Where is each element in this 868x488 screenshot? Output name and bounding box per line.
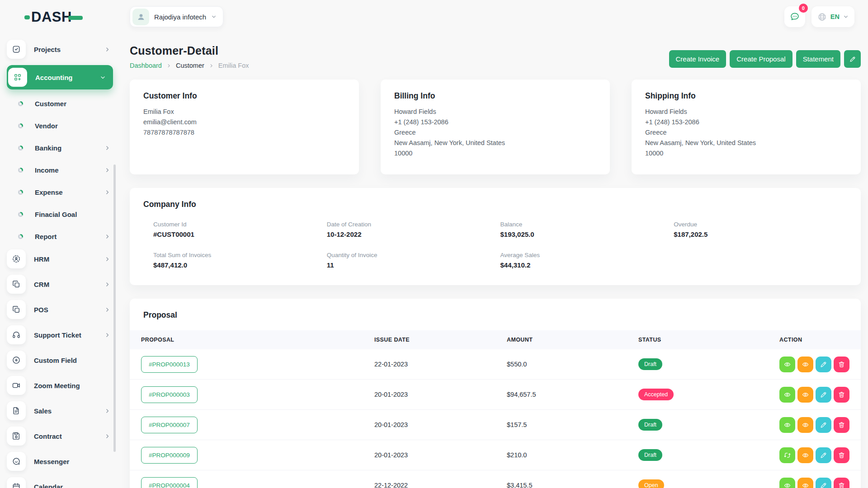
proposal-link--prop000013[interactable]: #PROP000013 bbox=[141, 356, 198, 373]
language-selector[interactable]: EN bbox=[811, 6, 854, 27]
edit-button[interactable] bbox=[816, 447, 831, 463]
company-selector[interactable]: Rajodiya infotech bbox=[130, 6, 223, 27]
chevron-right-icon bbox=[104, 167, 110, 173]
view-button[interactable] bbox=[779, 478, 795, 488]
chevron-right-icon bbox=[166, 63, 171, 68]
sidebar-item-zoom-meeting[interactable]: Zoom Meeting bbox=[7, 376, 113, 395]
info-line: Greece bbox=[645, 127, 847, 138]
company-info-title: Company Info bbox=[143, 200, 847, 209]
delete-button[interactable] bbox=[834, 357, 849, 372]
column-header-proposal: PROPOSAL bbox=[141, 337, 374, 343]
breadcrumb-item-dashboard[interactable]: Dashboard bbox=[130, 62, 162, 69]
eye-icon bbox=[783, 361, 791, 368]
column-header-amount: AMOUNT bbox=[507, 337, 638, 343]
sidebar-item-contract[interactable]: Contract bbox=[7, 427, 113, 446]
sidebar-item-report[interactable]: Report bbox=[7, 227, 113, 245]
status-badge: Open bbox=[638, 479, 664, 488]
create-invoice-button[interactable]: Create Invoice bbox=[669, 50, 726, 68]
edit-button[interactable] bbox=[816, 357, 831, 372]
delete-button[interactable] bbox=[834, 387, 849, 403]
bullet-icon bbox=[18, 212, 23, 217]
sidebar-item-banking[interactable]: Banking bbox=[7, 139, 113, 157]
convert-button[interactable] bbox=[779, 447, 795, 463]
amount: $94,657.5 bbox=[507, 391, 638, 398]
trash-icon bbox=[838, 391, 845, 399]
info-line: 10000 bbox=[394, 148, 596, 159]
breadcrumb-item-emilia-fox: Emilia Fox bbox=[218, 62, 249, 69]
breadcrumb-item-customer[interactable]: Customer bbox=[176, 62, 204, 69]
sidebar-item-expense[interactable]: Expense bbox=[7, 183, 113, 201]
edit-customer-button[interactable] bbox=[844, 50, 861, 68]
customer-info-lines: Emilia Foxemilia@client.com7878787878787… bbox=[143, 107, 345, 138]
sidebar-item-sales[interactable]: Sales bbox=[7, 401, 113, 420]
info-line: Howard Fields bbox=[394, 107, 596, 117]
sidebar-item-support-ticket[interactable]: Support Ticket bbox=[7, 325, 113, 344]
sidebar-item-label: Expense bbox=[35, 188, 63, 196]
preview-button[interactable] bbox=[797, 417, 813, 433]
headset-icon bbox=[7, 325, 26, 344]
proposal-link--prop000007[interactable]: #PROP000007 bbox=[141, 417, 198, 433]
chat-bubble-icon bbox=[7, 452, 26, 471]
info-line: +1 (248) 153-2086 bbox=[645, 117, 847, 127]
sidebar-item-label: Sales bbox=[34, 407, 52, 415]
billing-info-lines: Howard Fields+1 (248) 153-2086GreeceNew … bbox=[394, 107, 596, 159]
field-value: 10-12-2022 bbox=[327, 230, 500, 238]
preview-button[interactable] bbox=[797, 478, 813, 488]
sidebar-item-finacial-goal[interactable]: Finacial Goal bbox=[7, 205, 113, 223]
delete-button[interactable] bbox=[834, 478, 849, 488]
sidebar-item-calendar[interactable]: Calendar bbox=[7, 477, 113, 488]
sidebar-item-income[interactable]: Income bbox=[7, 161, 113, 179]
edit-button[interactable] bbox=[816, 387, 831, 403]
pencil-icon bbox=[820, 391, 827, 399]
sidebar-item-hrm[interactable]: HRM bbox=[7, 249, 113, 268]
messages-button[interactable]: 0 bbox=[784, 6, 805, 27]
chevron-right-icon bbox=[104, 47, 110, 52]
field-label: Total Sum of Invoices bbox=[153, 252, 327, 258]
proposal-table-body: #PROP00001322-01-2023$550.0Draft#PROP000… bbox=[130, 349, 861, 488]
view-button[interactable] bbox=[779, 357, 795, 372]
view-button[interactable] bbox=[779, 387, 795, 403]
preview-button[interactable] bbox=[797, 357, 813, 372]
sidebar-item-custom-field[interactable]: Custom Field bbox=[7, 351, 113, 370]
page-actions: Create InvoiceCreate ProposalStatement bbox=[669, 50, 861, 68]
sidebar-item-projects[interactable]: Projects bbox=[7, 40, 113, 59]
edit-button[interactable] bbox=[816, 478, 831, 488]
create-proposal-button[interactable]: Create Proposal bbox=[730, 50, 792, 68]
info-line: Howard Fields bbox=[645, 107, 847, 117]
trash-icon bbox=[838, 361, 845, 368]
sidebar-item-pos[interactable]: POS bbox=[7, 300, 113, 319]
field-value: #CUST00001 bbox=[153, 230, 327, 238]
issue-date: 22-01-2023 bbox=[374, 361, 507, 368]
column-header-status: STATUS bbox=[638, 337, 779, 343]
field-value: $193,025.0 bbox=[500, 230, 674, 238]
proposal-link--prop000003[interactable]: #PROP000003 bbox=[141, 386, 198, 403]
trash-icon bbox=[838, 482, 845, 488]
floppy-disk-icon bbox=[7, 427, 26, 446]
sidebar-scrollbar[interactable] bbox=[113, 164, 116, 452]
sidebar-item-crm[interactable]: CRM bbox=[7, 275, 113, 294]
statement-button[interactable]: Statement bbox=[796, 50, 840, 68]
field-label: Quantity of Invoice bbox=[327, 252, 500, 258]
sidebar-item-accounting[interactable]: Accounting bbox=[7, 65, 113, 89]
sidebar-item-vendor[interactable]: Vendor bbox=[7, 117, 113, 135]
copy-icon bbox=[7, 275, 26, 294]
proposal-table-header: PROPOSALISSUE DATEAMOUNTSTATUSACTION bbox=[130, 330, 861, 349]
amount: $210.0 bbox=[507, 451, 638, 459]
sidebar-item-customer[interactable]: Customer bbox=[7, 94, 113, 113]
trash-icon bbox=[838, 451, 845, 459]
field-label: Customer Id bbox=[153, 221, 327, 228]
chevron-right-icon bbox=[104, 307, 110, 313]
view-button[interactable] bbox=[779, 417, 795, 433]
row-actions bbox=[779, 417, 849, 433]
proposal-link--prop000004[interactable]: #PROP000004 bbox=[141, 477, 198, 488]
preview-button[interactable] bbox=[797, 387, 813, 403]
preview-button[interactable] bbox=[797, 447, 813, 463]
messages-count-badge: 0 bbox=[799, 4, 808, 13]
delete-button[interactable] bbox=[834, 417, 849, 433]
chevron-right-icon bbox=[104, 433, 110, 439]
delete-button[interactable] bbox=[834, 447, 849, 463]
company-field-customer-id: Customer Id#CUST00001 bbox=[153, 221, 327, 238]
sidebar-item-messenger[interactable]: Messenger bbox=[7, 452, 113, 471]
edit-button[interactable] bbox=[816, 417, 831, 433]
proposal-link--prop000009[interactable]: #PROP000009 bbox=[141, 447, 198, 464]
